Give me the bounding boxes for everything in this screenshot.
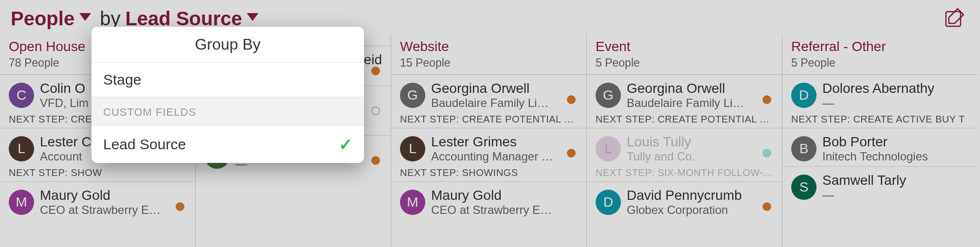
column-count: 5 People — [791, 56, 969, 70]
avatar: D — [596, 190, 621, 215]
person-subtitle: — — [822, 96, 934, 110]
avatar: C — [9, 83, 34, 108]
person-card[interactable]: BBob PorterInitech Technologies — [782, 128, 978, 167]
person-name: Samwell Tarly — [822, 173, 906, 188]
compose-icon[interactable] — [943, 7, 965, 31]
column-title: Referral - Other — [791, 39, 969, 54]
next-step-label: NEXT STEP: SIX-MONTH FOLLOW-UP — [596, 167, 773, 178]
popover-item-stage[interactable]: Stage — [91, 63, 364, 97]
next-step-label: NEXT STEP: CREATE POTENTIAL LISTI… — [400, 114, 578, 125]
kanban-column: Referral - Other5 PeopleDDolores Abernat… — [782, 34, 978, 247]
avatar: G — [400, 83, 425, 108]
person-name: David Pennycrumb — [627, 188, 742, 203]
list-label: People — [11, 8, 74, 30]
status-dot — [567, 95, 576, 104]
groupby-selector[interactable]: Lead Source — [125, 8, 258, 30]
avatar: G — [596, 83, 621, 108]
avatar: L — [9, 136, 34, 161]
popover-section-label: CUSTOM FIELDS — [91, 97, 364, 126]
column-title: Website — [400, 39, 578, 54]
groupby-popover: Group By Stage CUSTOM FIELDS Lead Source… — [91, 27, 364, 163]
person-card[interactable]: GGeorgina OrwellBaudelaire Family Limit…… — [587, 75, 782, 128]
next-step-label: NEXT STEP: CREATE ACTIVE BUY T — [791, 114, 969, 125]
next-step-label: NEXT STEP: SHOWINGS — [400, 167, 578, 178]
column-header: Event5 People — [587, 34, 782, 75]
check-icon: ✓ — [339, 135, 352, 154]
person-name: Maury Gold — [40, 188, 166, 203]
avatar: B — [791, 136, 817, 161]
avatar: L — [596, 136, 621, 161]
person-name: Maury Gold — [431, 188, 558, 203]
chevron-down-icon — [247, 13, 258, 21]
chevron-down-icon — [79, 13, 91, 21]
status-dot — [371, 106, 380, 115]
avatar: S — [791, 175, 817, 200]
person-name: Lester C — [40, 134, 91, 150]
person-card[interactable]: DDavid PennycrumbGlobex Corporation — [587, 182, 782, 217]
kanban-column: Website15 PeopleGGeorgina OrwellBaudelai… — [391, 34, 587, 247]
person-subtitle: Baudelaire Family Limit… — [431, 96, 558, 110]
person-subtitle: — — [822, 188, 906, 202]
status-dot — [176, 202, 184, 211]
person-subtitle: VFD, Lim — [40, 96, 89, 110]
avatar: D — [791, 83, 817, 108]
person-subtitle: CEO at Strawberry Ente… — [431, 203, 558, 217]
column-count: 5 People — [596, 56, 773, 70]
by-label: by — [100, 8, 120, 30]
next-step-label: NEXT STEP: CREATE POTENTIAL LISTI… — [596, 114, 773, 125]
column-title: Event — [596, 39, 773, 54]
person-card[interactable]: LLouis TullyTully and Co.NEXT STEP: SIX-… — [587, 128, 782, 182]
person-card[interactable]: SSamwell Tarly— — [782, 167, 978, 202]
avatar: M — [9, 190, 34, 215]
next-step-label: NEXT STEP: SHOW — [9, 167, 186, 178]
person-card[interactable]: MMaury GoldCEO at Strawberry Ente… — [0, 182, 195, 217]
person-subtitle: Account — [40, 150, 91, 163]
status-dot — [762, 149, 771, 158]
kanban-column: Event5 PeopleGGeorgina OrwellBaudelaire … — [587, 34, 782, 247]
popover-item-label: Stage — [103, 71, 141, 88]
person-card[interactable]: GGeorgina OrwellBaudelaire Family Limit…… — [391, 75, 586, 128]
groupby-label: Lead Source — [125, 8, 242, 30]
person-name: Dolores Abernathy — [822, 81, 934, 96]
popover-item-leadsource[interactable]: Lead Source ✓ — [91, 126, 364, 163]
person-name: Georgina Orwell — [627, 81, 753, 96]
status-dot — [567, 149, 576, 158]
person-name: Colin O — [40, 81, 89, 96]
status-dot — [371, 67, 380, 75]
person-subtitle: Globex Corporation — [627, 203, 742, 217]
person-subtitle: CEO at Strawberry Ente… — [40, 203, 166, 217]
person-card[interactable]: LLester GrimesAccounting Manager at…NEXT… — [391, 128, 586, 182]
status-dot — [762, 202, 771, 211]
person-subtitle: Initech Technologies — [822, 150, 928, 163]
person-card[interactable]: DDolores Abernathy—NEXT STEP: CREATE ACT… — [782, 75, 978, 128]
person-name: Lester Grimes — [431, 134, 558, 150]
person-subtitle: Accounting Manager at… — [431, 150, 558, 163]
status-dot — [762, 95, 771, 104]
person-subtitle: Tully and Co. — [627, 150, 695, 163]
status-dot — [371, 156, 380, 165]
popover-title: Group By — [91, 27, 364, 63]
column-header: Referral - Other5 People — [782, 34, 978, 75]
person-name: Bob Porter — [822, 134, 928, 150]
avatar: M — [400, 190, 425, 215]
person-subtitle: Baudelaire Family Limit… — [627, 96, 753, 110]
column-header: Website15 People — [391, 34, 586, 75]
popover-item-label: Lead Source — [103, 136, 186, 153]
list-selector[interactable]: People — [11, 8, 91, 30]
person-card[interactable]: MMaury GoldCEO at Strawberry Ente… — [391, 182, 586, 217]
person-name: Louis Tully — [627, 134, 695, 150]
person-name: Georgina Orwell — [431, 81, 558, 96]
column-count: 15 People — [400, 56, 578, 70]
avatar: L — [400, 136, 425, 161]
